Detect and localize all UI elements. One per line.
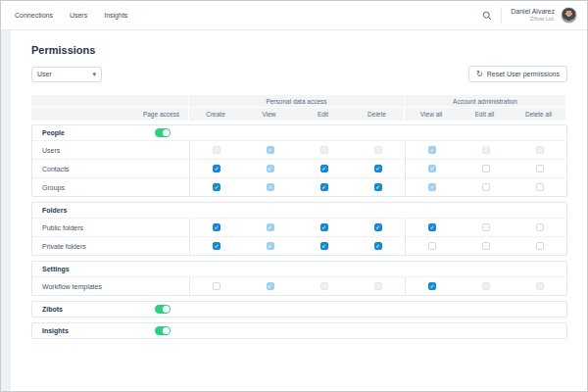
checkbox <box>320 146 328 154</box>
column-header-view-all: View all <box>404 108 458 121</box>
permission-cell <box>513 160 566 177</box>
page-access-cell <box>135 237 189 255</box>
permission-cell: ✓ <box>351 237 405 255</box>
section-name: Folders <box>32 203 135 218</box>
refresh-icon: ↻ <box>476 71 483 78</box>
checkbox[interactable] <box>482 183 490 191</box>
section-box: PeopleUsers✓✓Contacts✓✓✓✓✓Groups✓✓✓✓✓ <box>31 124 567 197</box>
reset-permissions-label: Reset User permissions <box>487 71 560 77</box>
section-box: SettingsWorkflow templates✓✓ <box>31 261 567 296</box>
section-header-row: Zibots <box>32 302 566 317</box>
column-header-delete-all: Delete all <box>512 108 565 121</box>
permission-cell <box>405 237 459 255</box>
page-access-cell <box>135 219 189 236</box>
checkbox[interactable] <box>482 165 490 172</box>
nav-right: Daniel Alvarez Ziflow Ltd. <box>482 7 577 24</box>
page-title: Permissions <box>31 44 567 56</box>
app-window: Connections Users Insights Daniel Alvare… <box>0 0 588 392</box>
nav-item-connections[interactable]: Connections <box>15 12 53 19</box>
checkbox[interactable] <box>482 242 490 250</box>
permission-cell: ✓ <box>243 219 297 236</box>
avatar[interactable] <box>561 7 577 24</box>
section-box: Insights <box>31 322 567 339</box>
permission-cell: ✓ <box>243 160 297 177</box>
reset-permissions-button[interactable]: ↻ Reset User permissions <box>468 66 567 82</box>
search-icon[interactable] <box>482 11 492 21</box>
permission-cell <box>459 178 513 196</box>
checkbox[interactable]: ✓ <box>320 165 328 172</box>
controls-row: User ▾ ↻ Reset User permissions <box>31 66 567 82</box>
permission-cell: ✓ <box>297 219 351 236</box>
checkbox[interactable] <box>428 242 436 250</box>
nav-items: Connections Users Insights <box>15 12 127 19</box>
checkbox: ✓ <box>428 146 436 154</box>
checkbox <box>374 146 382 154</box>
permission-cell <box>459 141 513 159</box>
group-header-account: Account administration <box>404 95 565 107</box>
checkbox[interactable]: ✓ <box>213 242 220 250</box>
section-toggle[interactable] <box>155 326 171 335</box>
column-header-create: Create <box>188 108 242 121</box>
page-access-cell <box>135 323 189 338</box>
role-select[interactable]: User ▾ <box>31 67 102 82</box>
checkbox[interactable]: ✓ <box>320 183 328 191</box>
permission-cell <box>189 277 243 295</box>
checkbox: ✓ <box>267 223 274 231</box>
checkbox[interactable]: ✓ <box>213 183 220 191</box>
checkbox[interactable]: ✓ <box>213 223 220 231</box>
toggle-knob <box>163 327 170 334</box>
row-label: Public folders <box>32 219 135 236</box>
checkbox[interactable]: ✓ <box>374 183 382 191</box>
checkbox[interactable]: ✓ <box>428 282 436 290</box>
permission-cell: ✓ <box>189 237 243 255</box>
nav-item-users[interactable]: Users <box>70 12 87 19</box>
checkbox[interactable]: ✓ <box>428 223 436 231</box>
role-select-value: User <box>37 71 52 77</box>
page-body: Permissions User ▾ ↻ Reset User permissi… <box>1 30 587 392</box>
checkbox: ✓ <box>267 242 274 250</box>
checkbox[interactable] <box>213 282 220 290</box>
checkbox[interactable] <box>536 242 544 250</box>
toggle-knob <box>163 306 170 313</box>
permission-cell <box>189 141 243 159</box>
section-header-filler <box>189 302 566 317</box>
permission-cell: ✓ <box>189 178 243 196</box>
checkbox[interactable] <box>536 165 544 172</box>
permission-cell: ✓ <box>405 141 459 159</box>
checkbox[interactable]: ✓ <box>374 165 382 172</box>
table-header: Personal data access Account administrat… <box>31 95 567 121</box>
checkbox: ✓ <box>428 183 436 191</box>
chevron-down-icon: ▾ <box>92 71 96 77</box>
permission-cell: ✓ <box>351 160 405 177</box>
checkbox[interactable]: ✓ <box>374 242 382 250</box>
checkbox <box>320 282 328 290</box>
permission-row: Public folders✓✓✓✓✓ <box>32 218 566 236</box>
nav-item-insights[interactable]: Insights <box>104 12 127 19</box>
checkbox[interactable]: ✓ <box>320 242 328 250</box>
row-label: Users <box>32 141 135 159</box>
user-menu[interactable]: Daniel Alvarez Ziflow Ltd. <box>511 7 577 24</box>
section-toggle[interactable] <box>155 305 171 314</box>
checkbox <box>536 146 544 154</box>
checkbox: ✓ <box>267 183 274 191</box>
checkbox[interactable]: ✓ <box>320 223 328 231</box>
permission-cell: ✓ <box>405 160 459 177</box>
checkbox: ✓ <box>267 146 274 154</box>
row-label: Groups <box>32 178 135 196</box>
checkbox[interactable] <box>536 183 544 191</box>
section-toggle[interactable] <box>155 128 171 137</box>
permission-sections: PeopleUsers✓✓Contacts✓✓✓✓✓Groups✓✓✓✓✓Fol… <box>31 124 567 339</box>
section-header-row: Insights <box>32 323 566 338</box>
permission-cell: ✓ <box>297 178 351 196</box>
checkbox: ✓ <box>428 165 436 172</box>
section-name: Zibots <box>32 302 135 317</box>
checkbox[interactable]: ✓ <box>374 223 382 231</box>
section-name: People <box>32 125 135 140</box>
section-box: Zibots <box>31 301 567 318</box>
column-header-page-access: Page access <box>134 108 188 121</box>
toggle-knob <box>163 129 170 136</box>
checkbox[interactable] <box>482 223 490 231</box>
section-name: Insights <box>32 323 135 338</box>
checkbox[interactable] <box>536 223 544 231</box>
checkbox[interactable]: ✓ <box>213 165 220 172</box>
